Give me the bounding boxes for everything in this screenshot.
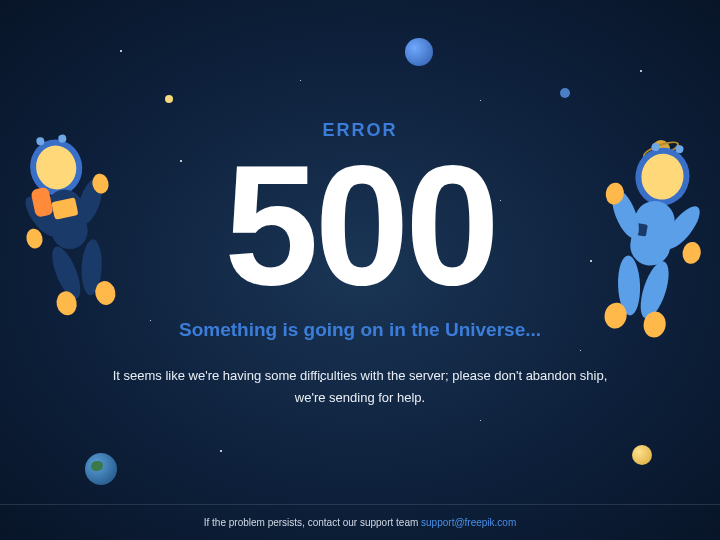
footer-text: If the problem persists, contact our sup… xyxy=(204,517,421,528)
support-email-link[interactable]: support@freepik.com xyxy=(421,517,516,528)
error-description: It seems like we're having some difficul… xyxy=(110,365,610,409)
footer: If the problem persists, contact our sup… xyxy=(0,504,720,540)
error-content: ERROR 500 Something is going on in the U… xyxy=(0,0,720,409)
planet-icon xyxy=(632,445,652,465)
error-subtitle: Something is going on in the Universe... xyxy=(179,319,541,341)
planet-icon xyxy=(85,453,117,485)
error-code: 500 xyxy=(224,145,496,307)
